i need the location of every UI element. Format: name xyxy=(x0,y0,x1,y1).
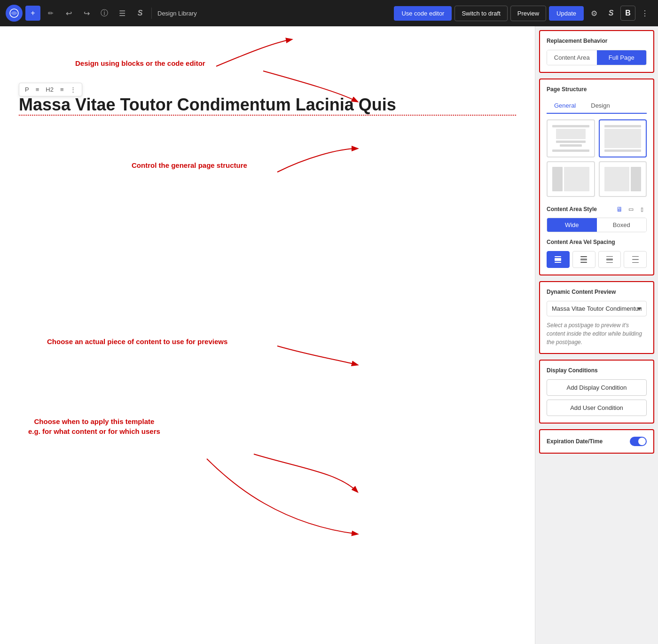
content-area-spacing-title: Content Area Vel Spacing xyxy=(547,239,647,245)
annotation-dynamic-preview: Choose an actual piece of content to use… xyxy=(47,337,227,346)
spacing-large-button[interactable] xyxy=(624,251,647,268)
layout-grid xyxy=(547,119,647,197)
wp-logo[interactable] xyxy=(6,5,23,22)
content-area-tab[interactable]: Content Area xyxy=(547,50,597,65)
design-library-label: Design Library xyxy=(157,10,197,17)
boxed-button[interactable]: Boxed xyxy=(597,218,647,232)
post-title-preview: Review Post xyxy=(19,83,516,91)
settings-icon[interactable]: ⚙ xyxy=(587,6,602,21)
align-button[interactable]: ≡ xyxy=(58,85,66,94)
spacing-large-icon xyxy=(631,256,640,263)
separator xyxy=(151,8,152,19)
annotation-display-conditions: Choose when to apply this template e.g. … xyxy=(28,416,160,436)
display-conditions-title: Display Conditions xyxy=(547,367,647,374)
active-plugin-icon[interactable]: B xyxy=(620,6,635,21)
monitor-icon[interactable]: 🖥 xyxy=(615,204,624,214)
page-structure-tabs: General Design xyxy=(547,98,647,114)
toolbar-right-icons: ⚙ S B ⋮ xyxy=(587,6,652,21)
toggle-knob xyxy=(638,438,646,445)
content-area-style-title: Content Area Style xyxy=(547,206,597,212)
add-block-button[interactable]: + xyxy=(25,6,40,21)
expiration-section: Expiration Date/Time xyxy=(539,429,654,454)
h2-type-button[interactable]: H2 xyxy=(44,85,55,94)
arrows-overlay xyxy=(0,26,535,644)
content-area-spacing-group: Content Area Vel Spacing xyxy=(547,239,647,268)
page-structure-section: Page Structure General Design xyxy=(539,79,654,275)
annotation-code-editor: Design using blocks or the code editor xyxy=(75,58,205,68)
expiration-row: Expiration Date/Time xyxy=(547,437,647,446)
layout-thumb-4[interactable] xyxy=(599,161,647,197)
spacing-none-icon xyxy=(554,256,562,263)
spacing-medium-button[interactable] xyxy=(598,251,621,268)
replacement-behavior-section: Replacement Behavior Content Area Full P… xyxy=(539,30,654,73)
strikingly-button[interactable]: S xyxy=(133,6,148,21)
spacing-buttons xyxy=(547,251,647,268)
info-button[interactable]: ⓘ xyxy=(97,6,112,21)
replacement-behavior-tabs: Content Area Full Page xyxy=(547,50,647,65)
dynamic-content-note: Select a post/page to preview it's conte… xyxy=(547,321,647,346)
expiration-toggle[interactable] xyxy=(630,437,647,446)
plugins-icon[interactable]: S xyxy=(603,6,619,21)
expiration-title: Expiration Date/Time xyxy=(547,438,603,445)
wide-button[interactable]: Wide xyxy=(547,218,597,232)
tablet-icon[interactable]: ▭ xyxy=(626,204,635,214)
switch-to-draft-button[interactable]: Switch to draft xyxy=(454,6,507,21)
style-icons: 🖥 ▭ ▯ xyxy=(615,204,647,214)
more-options-icon[interactable]: ⋮ xyxy=(637,6,652,21)
replacement-behavior-title: Replacement Behavior xyxy=(547,38,647,44)
right-panel: Replacement Behavior Content Area Full P… xyxy=(535,26,658,644)
style-buttons: Wide Boxed xyxy=(547,218,647,232)
add-user-condition-button[interactable]: Add User Condition xyxy=(547,400,647,416)
redo-button[interactable]: ↪ xyxy=(79,6,94,21)
design-tab[interactable]: Design xyxy=(583,98,617,114)
list-view-button[interactable]: ☰ xyxy=(115,6,130,21)
page-structure-title: Page Structure xyxy=(547,86,647,93)
annotation-page-structure: Control the general page structure xyxy=(132,160,247,170)
add-display-condition-button[interactable]: Add Display Condition xyxy=(547,379,647,396)
update-button[interactable]: Update xyxy=(549,6,584,21)
block-toolbar: P ≡ H2 ≡ ⋮ xyxy=(19,83,82,96)
editor-area: P ≡ H2 ≡ ⋮ Review Post Massa Vitae Touto… xyxy=(0,26,535,644)
undo-button[interactable]: ↩ xyxy=(61,6,76,21)
spacing-small-icon xyxy=(580,256,588,263)
dynamic-content-title: Dynamic Content Preview xyxy=(547,289,647,295)
full-page-tab[interactable]: Full Page xyxy=(597,50,647,65)
post-title-area: Review Post Massa Vitae Toutor Condiment… xyxy=(19,83,516,116)
mobile-icon[interactable]: ▯ xyxy=(637,204,647,214)
content-area-style-group: Content Area Style 🖥 ▭ ▯ Wide Boxed xyxy=(547,204,647,232)
edit-button[interactable]: ✏ xyxy=(43,6,58,21)
spacing-medium-icon xyxy=(605,256,614,263)
layout-thumb-1[interactable] xyxy=(547,119,595,157)
style-row: Content Area Style 🖥 ▭ ▯ xyxy=(547,204,647,214)
use-code-editor-button[interactable]: Use code editor xyxy=(394,6,452,21)
spacing-none-button[interactable] xyxy=(547,251,570,268)
toolbar: + ✏ ↩ ↪ ⓘ ☰ S Design Library Use code ed… xyxy=(0,0,658,26)
paragraph-type-button[interactable]: P xyxy=(23,85,31,94)
preview-button[interactable]: Preview xyxy=(510,6,546,21)
dynamic-content-section: Dynamic Content Preview Massa Vitae Tout… xyxy=(539,281,654,354)
more-block-options-button[interactable]: ⋮ xyxy=(68,85,78,94)
display-conditions-section: Display Conditions Add Display Condition… xyxy=(539,360,654,424)
dynamic-content-select[interactable]: Massa Vitae Toutor Condimentum L... xyxy=(547,301,647,316)
layout-thumb-2[interactable] xyxy=(599,119,647,157)
main-area: P ≡ H2 ≡ ⋮ Review Post Massa Vitae Touto… xyxy=(0,26,658,644)
post-title[interactable]: Massa Vitae Toutor Condimentum Lacinia Q… xyxy=(19,94,516,116)
layout-thumb-3[interactable] xyxy=(547,161,595,197)
general-tab[interactable]: General xyxy=(547,98,583,114)
list-type-button[interactable]: ≡ xyxy=(34,85,41,94)
spacing-small-button[interactable] xyxy=(572,251,595,268)
